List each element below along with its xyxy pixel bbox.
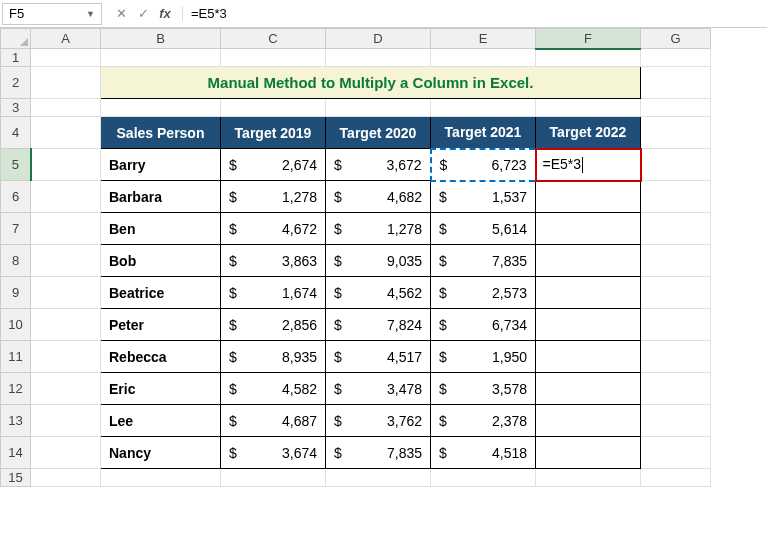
title-cell[interactable]: Manual Method to Multiply a Column in Ex… (101, 67, 641, 99)
header-target-2020[interactable]: Target 2020 (326, 117, 431, 149)
cell[interactable] (31, 67, 101, 99)
cell-value[interactable]: $2,573 (431, 277, 536, 309)
cell-value[interactable]: $4,562 (326, 277, 431, 309)
cell[interactable] (31, 373, 101, 405)
row-header[interactable]: 4 (1, 117, 31, 149)
cell-value[interactable]: $6,734 (431, 309, 536, 341)
col-header-F[interactable]: F (536, 29, 641, 49)
cell-value[interactable]: $4,672 (221, 213, 326, 245)
cell[interactable] (101, 49, 221, 67)
cell[interactable] (31, 181, 101, 213)
cell-value[interactable]: $3,478 (326, 373, 431, 405)
row-header[interactable]: 8 (1, 245, 31, 277)
cell[interactable] (641, 277, 711, 309)
cell-name[interactable]: Ben (101, 213, 221, 245)
cell[interactable] (641, 149, 711, 181)
col-header-C[interactable]: C (221, 29, 326, 49)
cell[interactable] (31, 469, 101, 487)
cell[interactable] (101, 99, 221, 117)
formula-input[interactable]: =E5*3 (183, 6, 767, 21)
cell-name[interactable]: Beatrice (101, 277, 221, 309)
row-header[interactable]: 3 (1, 99, 31, 117)
cell[interactable] (431, 469, 536, 487)
cell-value[interactable]: $1,674 (221, 277, 326, 309)
row-header[interactable]: 5 (1, 149, 31, 181)
header-sales-person[interactable]: Sales Person (101, 117, 221, 149)
col-header-E[interactable]: E (431, 29, 536, 49)
cell-value[interactable]: $2,856 (221, 309, 326, 341)
cell[interactable] (31, 341, 101, 373)
cell[interactable] (641, 181, 711, 213)
cell-value[interactable]: $9,035 (326, 245, 431, 277)
cell[interactable] (641, 49, 711, 67)
enter-icon[interactable]: ✓ (134, 6, 152, 21)
cell[interactable] (641, 437, 711, 469)
header-target-2021[interactable]: Target 2021 (431, 117, 536, 149)
active-cell[interactable]: =E5*3 (536, 149, 641, 181)
cell[interactable] (536, 49, 641, 67)
cell[interactable] (641, 213, 711, 245)
cell-value[interactable]: $5,614 (431, 213, 536, 245)
header-target-2019[interactable]: Target 2019 (221, 117, 326, 149)
cell-name[interactable]: Lee (101, 405, 221, 437)
cell-value[interactable] (536, 373, 641, 405)
cell-value[interactable]: $1,278 (221, 181, 326, 213)
cell[interactable] (536, 99, 641, 117)
cell-value[interactable]: $2,674 (221, 149, 326, 181)
cell-name[interactable]: Barry (101, 149, 221, 181)
row-header[interactable]: 10 (1, 309, 31, 341)
cell-value[interactable]: $1,278 (326, 213, 431, 245)
row-header[interactable]: 14 (1, 437, 31, 469)
cell[interactable] (31, 405, 101, 437)
cell-name[interactable]: Eric (101, 373, 221, 405)
cell[interactable] (326, 99, 431, 117)
cell[interactable] (31, 245, 101, 277)
cell-name[interactable]: Rebecca (101, 341, 221, 373)
cell-value[interactable]: $2,378 (431, 405, 536, 437)
cell[interactable] (31, 117, 101, 149)
cell-value[interactable]: $7,835 (326, 437, 431, 469)
cell[interactable] (101, 469, 221, 487)
cell-value[interactable] (536, 405, 641, 437)
cell[interactable] (536, 469, 641, 487)
col-header-D[interactable]: D (326, 29, 431, 49)
cell[interactable] (641, 99, 711, 117)
cell[interactable] (31, 309, 101, 341)
cell-name[interactable]: Peter (101, 309, 221, 341)
cell[interactable] (31, 149, 101, 181)
chevron-down-icon[interactable]: ▼ (86, 9, 95, 19)
cell-value[interactable] (536, 341, 641, 373)
cell[interactable] (641, 469, 711, 487)
cell-value[interactable]: $4,682 (326, 181, 431, 213)
cell-reference[interactable]: $6,723 (431, 149, 536, 181)
cell[interactable] (431, 99, 536, 117)
cell[interactable] (31, 213, 101, 245)
cell-value[interactable] (536, 277, 641, 309)
col-header-A[interactable]: A (31, 29, 101, 49)
col-header-G[interactable]: G (641, 29, 711, 49)
cell-value[interactable] (536, 181, 641, 213)
cell-value[interactable]: $4,518 (431, 437, 536, 469)
cell[interactable] (326, 469, 431, 487)
cell-value[interactable]: $1,537 (431, 181, 536, 213)
cell[interactable] (641, 405, 711, 437)
cell[interactable] (326, 49, 431, 67)
cell[interactable] (641, 341, 711, 373)
cell-value[interactable] (536, 309, 641, 341)
cell[interactable] (31, 277, 101, 309)
select-all-corner[interactable] (1, 29, 31, 49)
row-header[interactable]: 12 (1, 373, 31, 405)
row-header[interactable]: 7 (1, 213, 31, 245)
cell[interactable] (641, 245, 711, 277)
cell-value[interactable] (536, 245, 641, 277)
row-header[interactable]: 6 (1, 181, 31, 213)
fx-icon[interactable]: fx (156, 6, 174, 21)
row-header[interactable]: 9 (1, 277, 31, 309)
cell[interactable] (641, 67, 711, 99)
header-target-2022[interactable]: Target 2022 (536, 117, 641, 149)
cell[interactable] (31, 437, 101, 469)
row-header[interactable]: 2 (1, 67, 31, 99)
cell-value[interactable]: $1,950 (431, 341, 536, 373)
cancel-icon[interactable]: ✕ (112, 6, 130, 21)
cell[interactable] (221, 49, 326, 67)
